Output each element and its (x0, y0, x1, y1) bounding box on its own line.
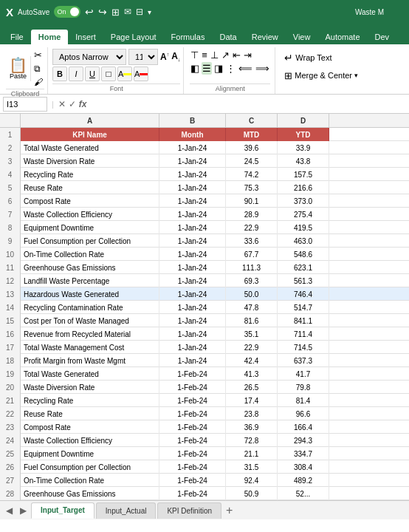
cell-a-12[interactable]: Landfill Waste Percentage (21, 274, 159, 287)
table-row[interactable]: 22 Reuse Rate 1-Feb-24 23.8 96.6 (0, 407, 409, 420)
align-top-button[interactable]: ⊤ (190, 49, 199, 61)
cell-b-9[interactable]: 1-Jan-24 (159, 234, 226, 248)
cell-c-10[interactable]: 67.7 (226, 248, 278, 261)
cell-c-9[interactable]: 33.6 (226, 234, 278, 248)
table-row[interactable]: 15 Cost per Ton of Waste Managed 1-Jan-2… (0, 314, 409, 327)
table-row[interactable]: 6 Compost Rate 1-Jan-24 90.1 373.0 (0, 194, 409, 208)
cell-d-13[interactable]: 746.4 (278, 287, 329, 301)
align-bottom-button[interactable]: ⊥ (210, 49, 219, 61)
cell-d-10[interactable]: 548.6 (278, 248, 329, 261)
cancel-icon[interactable]: ✕ (58, 99, 66, 109)
cell-d-22[interactable]: 96.6 (278, 407, 329, 420)
align-left-button[interactable]: ◧ (190, 62, 200, 75)
cell-b-10[interactable]: 1-Jan-24 (159, 248, 226, 261)
cell-d-5[interactable]: 216.6 (278, 181, 329, 194)
tab-insert[interactable]: Insert (68, 30, 103, 44)
cell-c-15[interactable]: 81.6 (226, 314, 278, 327)
formula-input[interactable] (90, 97, 406, 112)
table-row[interactable]: 28 Greenhouse Gas Emissions 1-Feb-24 50.… (0, 487, 409, 500)
cell-b-4[interactable]: 1-Jan-24 (159, 168, 226, 181)
cell-b-26[interactable]: 1-Feb-24 (159, 460, 226, 474)
cell-d-4[interactable]: 157.5 (278, 168, 329, 181)
cell-d-11[interactable]: 623.1 (278, 261, 329, 274)
tab-file[interactable]: File (3, 30, 31, 44)
cell-c-22[interactable]: 23.8 (226, 407, 278, 420)
col-header-a[interactable]: A (21, 114, 159, 127)
table-row[interactable]: 13 Hazardous Waste Generated 1-Jan-24 50… (0, 287, 409, 301)
wrap-text-button[interactable]: ↵ Wrap Text (280, 49, 362, 66)
align-right-button[interactable]: ◨ (213, 62, 224, 75)
sheet-tab-input-actual[interactable]: Input_Actual (96, 502, 157, 519)
cell-c-5[interactable]: 75.3 (226, 181, 278, 194)
cell-c-24[interactable]: 72.8 (226, 434, 278, 447)
format-painter-button[interactable]: 🖌 (32, 76, 44, 88)
cell-c-12[interactable]: 69.3 (226, 274, 278, 287)
cell-a-8[interactable]: Equipment Downtime (21, 221, 159, 234)
font-grow-button[interactable]: A↑ (160, 52, 169, 62)
align-center-button[interactable]: ☰ (202, 62, 212, 75)
cell-b-24[interactable]: 1-Feb-24 (159, 434, 226, 447)
table-row[interactable]: 4 Recycling Rate 1-Jan-24 74.2 157.5 (0, 168, 409, 181)
cell-a-19[interactable]: Total Waste Generated (21, 367, 159, 381)
table-row[interactable]: 19 Total Waste Generated 1-Feb-24 41.3 4… (0, 367, 409, 381)
cell-d-8[interactable]: 419.5 (278, 221, 329, 234)
cell-d-3[interactable]: 43.8 (278, 154, 329, 168)
cell-d-15[interactable]: 841.1 (278, 314, 329, 327)
copy-button[interactable]: ⧉ (32, 63, 44, 75)
filter-icon[interactable]: ⊟ (136, 7, 143, 17)
tab-dev[interactable]: Dev (368, 30, 397, 44)
cell-c-25[interactable]: 21.1 (226, 447, 278, 460)
cell-a-4[interactable]: Recycling Rate (21, 168, 159, 181)
cell-c-17[interactable]: 22.9 (226, 341, 278, 354)
autosave-toggle[interactable]: On (54, 6, 80, 18)
cell-b-19[interactable]: 1-Feb-24 (159, 367, 226, 381)
fill-color-button[interactable]: A (117, 66, 132, 81)
cell-c-20[interactable]: 26.5 (226, 381, 278, 394)
cell-d-21[interactable]: 81.4 (278, 394, 329, 407)
confirm-icon[interactable]: ✓ (69, 99, 76, 109)
cell-c-21[interactable]: 17.4 (226, 394, 278, 407)
cell-a-3[interactable]: Waste Diversion Rate (21, 154, 159, 168)
col-header-c[interactable]: C (226, 114, 278, 127)
cell-b-2[interactable]: 1-Jan-24 (159, 141, 226, 154)
cell-a-2[interactable]: Total Waste Generated (21, 141, 159, 154)
table-icon[interactable]: ⊞ (111, 7, 120, 18)
cell-c-7[interactable]: 28.9 (226, 208, 278, 221)
cell-d-20[interactable]: 79.8 (278, 381, 329, 394)
bold-button[interactable]: B (52, 66, 67, 81)
cell-b-5[interactable]: 1-Jan-24 (159, 181, 226, 194)
cell-b-20[interactable]: 1-Feb-24 (159, 381, 226, 394)
tab-automate[interactable]: Automate (317, 30, 367, 44)
font-color-button[interactable]: A (134, 66, 148, 81)
cell-b-15[interactable]: 1-Jan-24 (159, 314, 226, 327)
cell-a-23[interactable]: Compost Rate (21, 420, 159, 434)
cell-c-3[interactable]: 24.5 (226, 154, 278, 168)
cell-a-17[interactable]: Total Waste Management Cost (21, 341, 159, 354)
table-row[interactable]: 10 On-Time Collection Rate 1-Jan-24 67.7… (0, 248, 409, 261)
cell-b-25[interactable]: 1-Feb-24 (159, 447, 226, 460)
cut-button[interactable]: ✂ (32, 49, 44, 61)
paste-button[interactable]: 📋 Paste (6, 56, 31, 81)
cell-a-9[interactable]: Fuel Consumption per Collection (21, 234, 159, 248)
cell-b-14[interactable]: 1-Jan-24 (159, 301, 226, 314)
cell-d-16[interactable]: 711.4 (278, 327, 329, 341)
cell-a-22[interactable]: Reuse Rate (21, 407, 159, 420)
cell-a-10[interactable]: On-Time Collection Rate (21, 248, 159, 261)
align-middle-button[interactable]: ≡ (201, 49, 208, 61)
font-shrink-button[interactable]: A↓ (171, 51, 180, 62)
cell-a-26[interactable]: Fuel Consumption per Collection (21, 460, 159, 474)
cell-a-21[interactable]: Recycling Rate (21, 394, 159, 407)
cell-c-4[interactable]: 74.2 (226, 168, 278, 181)
table-row[interactable]: 18 Profit Margin from Waste Mgmt 1-Jan-2… (0, 354, 409, 367)
cell-a-24[interactable]: Waste Collection Efficiency (21, 434, 159, 447)
cell-a-14[interactable]: Recycling Contamination Rate (21, 301, 159, 314)
sheet-tab-kpi-definition[interactable]: KPI Definition (157, 502, 221, 519)
cell-a-20[interactable]: Waste Diversion Rate (21, 381, 159, 394)
table-row[interactable]: 23 Compost Rate 1-Feb-24 36.9 166.4 (0, 420, 409, 434)
toolbar-dropdown-icon[interactable]: ▾ (148, 8, 151, 16)
cell-a-13[interactable]: Hazardous Waste Generated (21, 287, 159, 301)
col-header-b[interactable]: B (159, 114, 226, 127)
sheet-nav-next[interactable]: ▶ (17, 504, 30, 517)
cell-c-16[interactable]: 35.1 (226, 327, 278, 341)
cell-b-16[interactable]: 1-Jan-24 (159, 327, 226, 341)
